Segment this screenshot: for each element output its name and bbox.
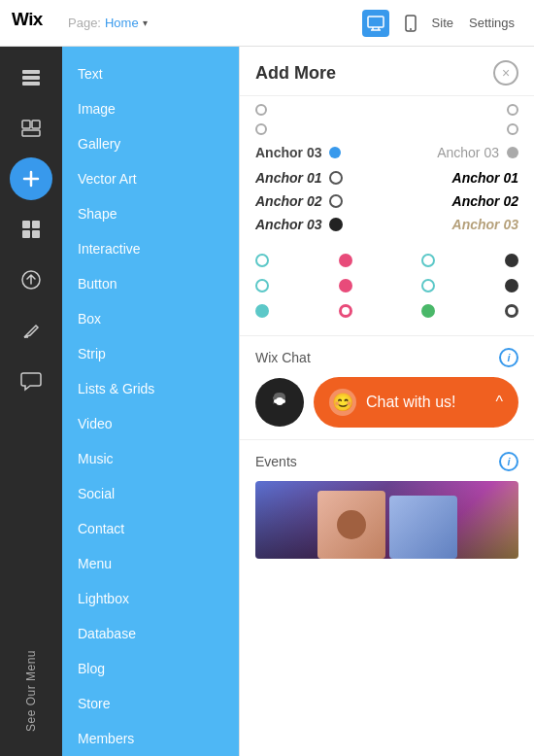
svg-text:Wix: Wix [12, 11, 44, 29]
anchor-row-2: Anchor 02 Anchor 02 [255, 193, 518, 209]
dgdot-1-2 [339, 254, 352, 267]
site-button[interactable]: Site [424, 12, 461, 34]
dot-grid-area [240, 248, 534, 335]
dot-blue-filled [329, 147, 341, 158]
add-more-title: Add More [255, 63, 336, 84]
page-name[interactable]: Home [105, 16, 139, 30]
menu-item-lists-grids[interactable]: Lists & Grids [62, 371, 239, 406]
left-dots [255, 104, 267, 135]
svg-rect-15 [22, 221, 30, 228]
main-area: See Our Menu Text Image Gallery Vector A… [0, 47, 534, 756]
dgdot-1-1 [255, 254, 269, 267]
svg-rect-7 [22, 70, 40, 74]
chat-smile-icon: 😊 [329, 389, 356, 416]
svg-point-25 [282, 399, 285, 403]
anchor-03-left: Anchor 03 [255, 217, 343, 232]
topbar: Wix Page: Home ▾ Site Settings [0, 0, 534, 47]
pages-icon[interactable] [10, 56, 52, 99]
svg-point-6 [410, 28, 412, 30]
apps-icon[interactable] [10, 208, 52, 251]
dot-outline-2 [255, 123, 267, 135]
menu-item-video[interactable]: Video [62, 406, 239, 441]
menu-item-contact[interactable]: Contact [62, 511, 239, 546]
svg-rect-10 [22, 120, 30, 128]
dgdot-3-4 [505, 304, 518, 318]
menu-item-members[interactable]: Members [62, 721, 239, 756]
svg-rect-16 [32, 221, 40, 228]
top-dots-area [240, 96, 534, 139]
menu-item-strip[interactable]: Strip [62, 336, 239, 371]
dot-outline-3 [507, 104, 518, 116]
anchor03-right-label: Anchor 03 [437, 145, 499, 160]
menu-item-image[interactable]: Image [62, 91, 239, 126]
menu-item-database[interactable]: Database [62, 616, 239, 651]
dgdot-3-2 [339, 304, 352, 318]
close-button[interactable]: × [493, 60, 518, 86]
menu-item-interactive[interactable]: Interactive [62, 231, 239, 266]
blog-icon[interactable] [10, 309, 52, 352]
menu-item-store[interactable]: Store [62, 686, 239, 721]
upload-icon[interactable] [10, 258, 52, 301]
chat-widget: 😊 Chat with us! ^ [255, 377, 518, 428]
anchor-02-right: Anchor 02 [452, 193, 518, 209]
anchor03-row: Anchor 03 Anchor 03 [240, 139, 534, 166]
dgdot-2-1 [255, 279, 269, 292]
dot-gray-filled [507, 147, 518, 158]
menu-item-button[interactable]: Button [62, 266, 239, 301]
svg-rect-9 [22, 82, 40, 86]
dgdot-3-1 [255, 304, 269, 318]
mobile-icon[interactable] [397, 10, 424, 37]
dgdot-2-2 [339, 279, 352, 292]
dot-grid-row-2 [255, 279, 518, 292]
anchor-02-dot [329, 194, 343, 208]
menu-item-gallery[interactable]: Gallery [62, 126, 239, 161]
page-label: Page: [68, 16, 101, 30]
wix-logo: Wix [12, 11, 52, 36]
chat-sidebar-icon[interactable] [10, 360, 52, 402]
anchor-03-dot-filled [329, 218, 343, 231]
chat-chevron-icon: ^ [495, 394, 503, 411]
dgdot-1-4 [505, 254, 518, 267]
menu-item-vector-art[interactable]: Vector Art [62, 161, 239, 196]
dgdot-2-3 [421, 279, 435, 292]
events-image [255, 481, 518, 559]
right-dots [507, 104, 518, 135]
menu-item-social[interactable]: Social [62, 476, 239, 511]
settings-button[interactable]: Settings [461, 12, 522, 34]
events-info-icon[interactable]: i [499, 452, 518, 471]
anchor-01-label: Anchor 01 [255, 170, 321, 186]
rotate-text-container: See Our Menu [0, 684, 62, 698]
elements-icon[interactable] [10, 107, 52, 150]
menu-item-text[interactable]: Text [62, 56, 239, 91]
anchor-03-right: Anchor 03 [452, 217, 518, 232]
desktop-icon[interactable] [362, 10, 389, 37]
dgdot-3-3 [421, 304, 435, 318]
left-sidebar: See Our Menu [0, 47, 62, 756]
svg-rect-12 [22, 130, 40, 136]
svg-rect-18 [32, 230, 40, 238]
wix-chat-info-icon[interactable]: i [499, 348, 518, 367]
svg-rect-11 [32, 120, 40, 128]
add-button[interactable] [10, 157, 52, 200]
menu-item-shape[interactable]: Shape [62, 196, 239, 231]
anchor-02-right-label: Anchor 02 [452, 193, 518, 209]
chat-button-label: Chat with us! [366, 394, 455, 411]
wix-chat-header: Wix Chat i [255, 348, 518, 367]
chat-bubble-icon [255, 378, 304, 427]
page-dropdown-icon[interactable]: ▾ [143, 17, 148, 28]
anchor-03-label: Anchor 03 [255, 217, 321, 232]
svg-rect-1 [368, 17, 384, 27]
events-header: Events i [255, 452, 518, 471]
chat-with-us-button[interactable]: 😊 Chat with us! ^ [314, 377, 518, 428]
wix-chat-section: Wix Chat i 😊 Chat with us! [240, 335, 534, 439]
anchor-row-3: Anchor 03 Anchor 03 [255, 217, 518, 232]
menu-item-box[interactable]: Box [62, 301, 239, 336]
menu-item-menu[interactable]: Menu [62, 546, 239, 581]
svg-point-24 [278, 400, 282, 404]
chat-button-content: 😊 Chat with us! [329, 389, 455, 416]
anchor03-right: Anchor 03 [437, 145, 518, 160]
events-title: Events [255, 454, 297, 469]
menu-item-lightbox[interactable]: Lightbox [62, 581, 239, 616]
menu-item-music[interactable]: Music [62, 441, 239, 476]
menu-item-blog[interactable]: Blog [62, 651, 239, 686]
